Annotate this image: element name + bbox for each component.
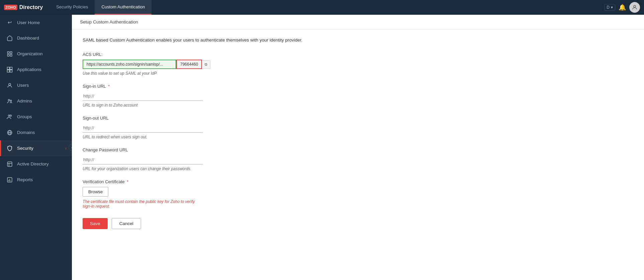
signout-url-hint: URL to redirect when users sign out. — [83, 135, 362, 139]
notification-button[interactable]: 🔔 — [619, 4, 626, 11]
page-description: SAML based Custom Authentication enables… — [83, 38, 362, 43]
breadcrumb: Setup Custom Authentication — [72, 15, 644, 29]
reports-icon — [6, 177, 13, 183]
svg-point-11 — [10, 100, 12, 101]
profile-button[interactable]: D ▾ — [604, 4, 615, 11]
user-avatar[interactable] — [629, 2, 640, 13]
copy-url-button[interactable]: 79664460 — [176, 60, 202, 69]
sidebar-item-reports[interactable]: Reports — [0, 172, 72, 188]
sidebar-item-label: Organization — [17, 51, 43, 56]
topbar: ZOHO Directory Security Policies Custom … — [0, 0, 644, 15]
app-title: Directory — [19, 4, 43, 10]
svg-rect-7 — [7, 70, 10, 72]
acs-url-hint: Use this value to set up SAML at your Id… — [83, 71, 362, 76]
sidebar-item-users[interactable]: Users — [0, 77, 72, 93]
page-body: SAML based Custom Authentication enables… — [72, 29, 373, 237]
sidebar-item-security[interactable]: Security › — [0, 140, 72, 156]
svg-rect-4 — [10, 55, 12, 56]
signin-url-section: Sign-in URL * URL to sign in to Zoho acc… — [83, 84, 362, 108]
change-password-url-label: Change Password URL — [83, 147, 362, 152]
required-marker: * — [127, 179, 128, 184]
sidebar: ↩ User Home Dashboard Organization — [0, 15, 72, 280]
browse-button[interactable]: Browse — [83, 187, 108, 197]
tab-security-policies[interactable]: Security Policies — [49, 0, 95, 15]
sidebar-item-label: Domains — [17, 130, 35, 135]
svg-rect-8 — [10, 70, 12, 72]
app-logo: ZOHO Directory — [4, 4, 43, 10]
acs-url-label: ACS URL: — [83, 52, 362, 57]
chevron-down-icon: ▾ — [611, 5, 613, 10]
dashboard-icon — [6, 35, 13, 41]
svg-rect-2 — [10, 52, 12, 53]
organization-icon — [6, 51, 13, 57]
signout-url-section: Sign-out URL URL to redirect when users … — [83, 116, 362, 139]
main-content: Setup Custom Authentication SAML based C… — [72, 15, 644, 280]
domains-icon — [6, 129, 13, 136]
sidebar-item-label: Groups — [17, 114, 32, 119]
svg-point-10 — [8, 99, 10, 101]
sidebar-item-domains[interactable]: Domains — [0, 125, 72, 140]
sidebar-item-label: Reports — [17, 177, 33, 182]
svg-rect-5 — [7, 67, 10, 70]
svg-point-9 — [9, 83, 11, 85]
sidebar-item-label: Users — [17, 83, 29, 88]
signout-url-label: Sign-out URL — [83, 116, 362, 121]
topbar-right: D ▾ 🔔 — [604, 2, 640, 13]
acs-url-row: https://accounts.zoho.com/signin/samlsp/… — [83, 60, 362, 69]
sidebar-item-label: Dashboard — [17, 36, 39, 41]
svg-rect-6 — [10, 67, 12, 70]
svg-point-12 — [8, 115, 10, 117]
signout-url-input[interactable] — [83, 123, 203, 133]
sidebar-item-label: Security — [17, 146, 33, 151]
verification-cert-label: Verification Certificate * — [83, 179, 362, 184]
change-password-url-input[interactable] — [83, 155, 203, 164]
sidebar-item-dashboard[interactable]: Dashboard — [0, 30, 72, 46]
user-icon — [632, 4, 638, 10]
cert-hint: The certificate file must contain the pu… — [83, 199, 203, 209]
change-password-url-section: Change Password URL URL for your organiz… — [83, 147, 362, 171]
change-password-url-hint: URL for your organization users can chan… — [83, 166, 362, 171]
copy-extra-button[interactable]: ⧉ — [202, 60, 210, 69]
signin-url-hint: URL to sign in to Zoho account — [83, 103, 362, 108]
sidebar-item-active-directory[interactable]: Active Directory — [0, 156, 72, 172]
sidebar-item-organization[interactable]: Organization — [0, 46, 72, 62]
topbar-tabs: Security Policies Custom Authentication — [49, 0, 604, 15]
sidebar-item-label: Active Directory — [17, 161, 49, 166]
svg-point-13 — [10, 115, 12, 117]
active-directory-icon — [6, 161, 13, 167]
svg-point-0 — [634, 5, 636, 7]
acs-url-section: ACS URL: https://accounts.zoho.com/signi… — [83, 52, 362, 76]
groups-icon — [6, 114, 13, 120]
breadcrumb-text: Setup Custom Authentication — [80, 19, 138, 24]
sidebar-item-groups[interactable]: Groups — [0, 109, 72, 125]
user-home-icon: ↩ — [6, 19, 13, 25]
svg-rect-1 — [7, 52, 9, 53]
signin-url-label: Sign-in URL * — [83, 84, 362, 89]
verification-cert-section: Verification Certificate * Browse The ce… — [83, 179, 362, 209]
security-icon — [6, 145, 13, 151]
cancel-button[interactable]: Cancel — [112, 218, 141, 229]
sidebar-item-label: Admins — [17, 98, 32, 103]
signin-url-input[interactable] — [83, 91, 203, 101]
chevron-right-icon: › — [65, 146, 67, 151]
save-button[interactable]: Save — [83, 218, 108, 229]
svg-rect-3 — [7, 55, 9, 56]
action-row: Save Cancel — [83, 218, 362, 229]
sidebar-item-applications[interactable]: Applications — [0, 62, 72, 77]
acs-url-display: https://accounts.zoho.com/signin/samlsp/… — [83, 60, 176, 69]
users-icon — [6, 82, 13, 88]
sidebar-item-label: User Home — [17, 20, 40, 25]
sidebar-item-admins[interactable]: Admins — [0, 93, 72, 109]
sidebar-item-label: Applications — [17, 67, 41, 72]
svg-rect-17 — [7, 162, 12, 167]
tab-custom-authentication[interactable]: Custom Authentication — [95, 0, 151, 15]
zoho-badge: ZOHO — [4, 5, 17, 10]
sidebar-item-user-home[interactable]: ↩ User Home — [0, 15, 72, 30]
layout: ↩ User Home Dashboard Organization — [0, 15, 644, 280]
required-marker: * — [108, 84, 110, 89]
admins-icon — [6, 98, 13, 104]
applications-icon — [6, 66, 13, 73]
